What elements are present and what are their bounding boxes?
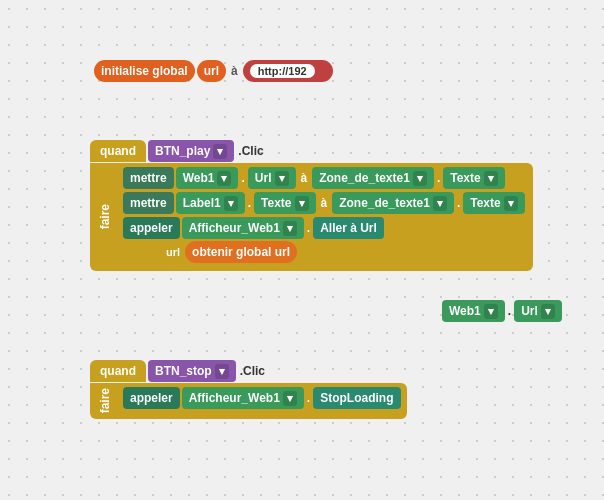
initialise-label: initialise global [94, 60, 195, 82]
orphan-web1-url: Web1 ▾ . Url ▾ [442, 300, 562, 322]
row-mettre-web1-url: mettre Web1 ▾ . Url ▾ à Zone_de_texte1 ▾… [123, 167, 525, 189]
btn-play-pill[interactable]: BTN_play ▾ [148, 140, 234, 162]
when-play-block: quand BTN_play ▾ .Clic faire mettre Web1 [90, 140, 533, 271]
connector-a: à [228, 64, 241, 78]
row-mettre-label1-texte: mettre Label1 ▾ . Texte ▾ à Zone_de_text… [123, 192, 525, 214]
url-value: http://192 [250, 64, 315, 78]
obtenir-global-url: obtenir global url [185, 241, 297, 263]
when-stop-block: quand BTN_stop ▾ .Clic faire appeler Aff… [90, 360, 407, 419]
btn-stop-dropdown[interactable]: ▾ [215, 364, 229, 379]
faire-label: faire [98, 204, 112, 229]
var-name-pill: url [197, 60, 226, 82]
btn-stop-pill[interactable]: BTN_stop ▾ [148, 360, 236, 382]
row-appeler-afficheur: appeler Afficheur_Web1 ▾ . Aller à Url u… [123, 217, 525, 263]
quand-label: quand [90, 140, 146, 162]
faire-stop-label: faire [98, 388, 112, 413]
btn-play-dropdown[interactable]: ▾ [213, 144, 227, 159]
quand-stop-label: quand [90, 360, 146, 382]
initialise-global-block: initialise global url à http://192 [94, 60, 333, 82]
row-appeler-stop: appeler Afficheur_Web1 ▾ . StopLoading [123, 387, 401, 409]
url-value-pill: http://192 [243, 60, 333, 82]
url-param-label: url [163, 246, 183, 258]
clic-label: .Clic [236, 144, 265, 158]
clic-stop-label: .Clic [238, 364, 267, 378]
